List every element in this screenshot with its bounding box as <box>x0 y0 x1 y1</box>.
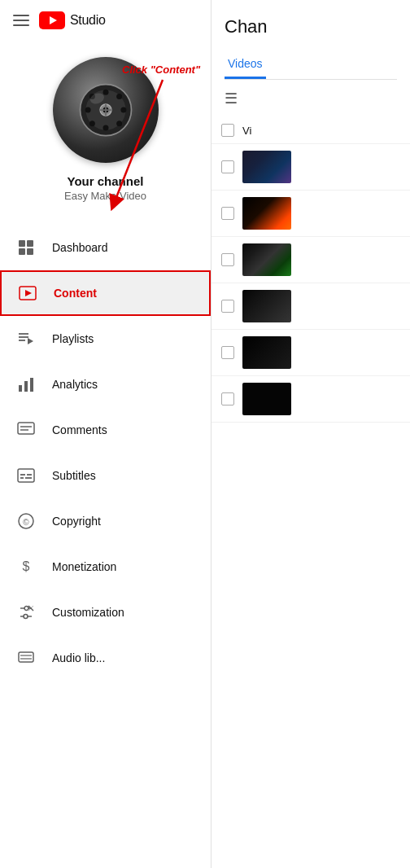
svg-rect-20 <box>27 240 33 247</box>
avatar-icon <box>77 81 134 138</box>
analytics-label: Analytics <box>52 378 98 391</box>
svg-rect-21 <box>19 248 25 255</box>
svg-rect-32 <box>18 423 34 434</box>
svg-rect-30 <box>24 381 28 392</box>
sidebar-item-comments[interactable]: Comments <box>0 407 211 453</box>
sidebar-item-playlists[interactable]: Playlists <box>0 316 211 362</box>
sidebar-item-monetization[interactable]: $ Monetization <box>0 544 211 590</box>
sidebar-item-dashboard[interactable]: Dashboard <box>0 225 211 270</box>
svg-point-45 <box>24 607 28 611</box>
svg-point-6 <box>102 90 108 95</box>
video-thumbnail <box>242 290 291 322</box>
channel-handle: Easy Make Video <box>64 190 146 202</box>
svg-text:$: $ <box>23 559 30 573</box>
svg-point-11 <box>116 121 122 126</box>
video-thumbnail <box>242 336 291 369</box>
subtitles-icon <box>16 466 36 485</box>
content-label: Content <box>54 287 97 300</box>
channel-section: Your channel Easy Make Video <box>0 41 211 221</box>
copyright-icon: © <box>16 511 36 531</box>
dashboard-icon <box>16 238 36 257</box>
sidebar-item-content[interactable]: Content <box>0 270 211 316</box>
video-list-header: Vi <box>212 117 410 144</box>
comments-icon <box>16 420 36 440</box>
sidebar-item-copyright[interactable]: © Copyright <box>0 498 211 544</box>
sidebar-header: Studio <box>0 0 211 41</box>
select-all-checkbox[interactable] <box>221 124 234 137</box>
tabs-row: Videos <box>225 50 397 80</box>
svg-point-12 <box>116 94 122 99</box>
channel-avatar[interactable] <box>53 57 159 163</box>
dashboard-label: Dashboard <box>52 241 108 254</box>
table-row <box>212 376 410 423</box>
panel-header: Chan Videos <box>212 0 410 80</box>
row-checkbox[interactable] <box>221 300 234 313</box>
content-icon <box>18 283 37 303</box>
studio-label: Studio <box>70 13 106 28</box>
analytics-icon <box>16 375 36 394</box>
copyright-label: Copyright <box>52 515 101 528</box>
sidebar-item-customization[interactable]: Customization <box>0 590 211 635</box>
comments-label: Comments <box>52 423 107 436</box>
youtube-logo-icon <box>39 11 65 29</box>
panel-title: Chan <box>225 16 397 37</box>
row-checkbox[interactable] <box>221 160 234 173</box>
svg-point-8 <box>85 107 90 113</box>
playlists-label: Playlists <box>52 332 94 345</box>
table-row <box>212 191 410 237</box>
hamburger-menu[interactable] <box>13 15 29 26</box>
svg-rect-51 <box>19 652 33 662</box>
monetization-icon: $ <box>16 557 36 576</box>
table-row <box>212 283 410 330</box>
row-checkbox[interactable] <box>221 392 234 406</box>
svg-rect-35 <box>18 469 34 482</box>
table-row <box>212 237 410 283</box>
svg-point-13 <box>89 121 94 126</box>
playlists-icon <box>16 329 36 349</box>
svg-point-48 <box>24 615 28 619</box>
video-thumbnail <box>242 151 291 183</box>
channel-name: Your channel <box>68 174 144 188</box>
video-col-header: Vi <box>242 125 251 137</box>
row-checkbox[interactable] <box>221 253 234 266</box>
video-list: Vi <box>212 117 410 423</box>
svg-rect-22 <box>27 248 33 255</box>
video-thumbnail <box>242 197 291 230</box>
svg-rect-31 <box>30 378 33 392</box>
svg-rect-29 <box>19 385 22 392</box>
row-checkbox[interactable] <box>221 207 234 220</box>
svg-point-9 <box>120 107 126 113</box>
audio-library-icon <box>16 648 36 668</box>
row-checkbox[interactable] <box>221 346 234 359</box>
svg-point-7 <box>102 125 108 130</box>
table-row <box>212 144 410 191</box>
sidebar-item-subtitles[interactable]: Subtitles <box>0 453 211 498</box>
tab-videos[interactable]: Videos <box>225 50 266 79</box>
video-thumbnail <box>242 383 291 415</box>
audio-library-label: Audio lib... <box>52 651 105 664</box>
svg-text:©: © <box>23 518 29 527</box>
monetization-label: Monetization <box>52 560 116 573</box>
main-panel: Chan Videos ☰ Vi <box>212 0 410 868</box>
filter-row: ☰ <box>212 80 410 117</box>
customization-icon <box>16 603 36 622</box>
subtitles-label: Subtitles <box>52 469 96 482</box>
svg-rect-19 <box>19 240 25 247</box>
sidebar-item-audio-library[interactable]: Audio lib... <box>0 635 211 681</box>
video-thumbnail <box>242 243 291 276</box>
sidebar-item-analytics[interactable]: Analytics <box>0 362 211 407</box>
logo-area: Studio <box>39 11 106 29</box>
customization-label: Customization <box>52 606 124 619</box>
svg-marker-24 <box>25 290 32 296</box>
svg-marker-28 <box>28 338 33 344</box>
nav-list: Dashboard Content Playlist <box>0 221 211 684</box>
filter-icon[interactable]: ☰ <box>225 90 238 107</box>
table-row <box>212 330 410 376</box>
